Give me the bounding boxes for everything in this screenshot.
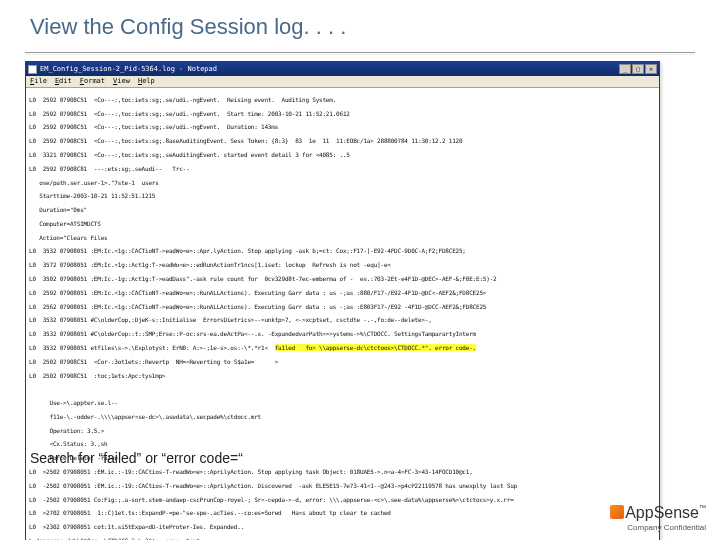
menu-edit[interactable]: Edit bbox=[55, 77, 72, 85]
window-title: EM_Config_Session-2_Pid-5364.log - Notep… bbox=[40, 65, 217, 73]
close-button[interactable]: ✕ bbox=[645, 64, 657, 74]
log-line: L0 3321 07908C51 <Co---:,toc:iets:sg;.se… bbox=[29, 152, 656, 159]
log-line: L0 2592 07908C51 <Co---:,toc:iets:sg;.8a… bbox=[29, 138, 656, 145]
notepad-window: EM_Config_Session-2_Pid-5364.log - Notep… bbox=[25, 61, 660, 540]
log-line: L0 -2502 07908051 :EM.ic.:-19::CACtios-T… bbox=[29, 483, 656, 490]
log-line: ose/path.ser.user-1>."7ste-1 users bbox=[29, 180, 656, 187]
log-line: L0 2502 07908C51 <Cor-:3ot1ets::Revertp … bbox=[29, 359, 656, 366]
log-line: L0 2562 07908051 :EM:Ic.<1g::CACTioNT->e… bbox=[29, 304, 656, 311]
menu-file[interactable]: File bbox=[30, 77, 47, 85]
log-line: L0 -2502 07908051 Co:Fig:;.a-sort.stem-a… bbox=[29, 497, 656, 504]
log-line: L0 >2702 07908051 1::C)1et.ts::ExpandP-=… bbox=[29, 510, 656, 517]
log-line: L0 2592 07908C81 ---:ets:sg;.seAudi-- Tr… bbox=[29, 166, 656, 173]
log-line: Use->\.appter.se.l-- bbox=[29, 400, 656, 407]
highlight-failed: fa1led fo> \\appserse-dc\ctctoos>\CTDOCC… bbox=[275, 344, 476, 351]
maximize-button[interactable]: □ bbox=[632, 64, 644, 74]
confidential-label: Company Confidential bbox=[610, 523, 706, 532]
log-line bbox=[29, 386, 656, 393]
log-line: L0 >2302 07908051 cot:1t.si5tExpa<dU-ite… bbox=[29, 524, 656, 531]
logo-square-icon bbox=[610, 505, 624, 519]
log-line: L0 3502 07908051 :EM:Ic.-1g::Act1g:T->ea… bbox=[29, 276, 656, 283]
log-line: L0 3532 07908051 #C\olderCop,:DjeK-s::In… bbox=[29, 317, 656, 324]
log-line: Starttime-2003-10-21 11:52:51.1215 bbox=[29, 193, 656, 200]
minimize-button[interactable]: _ bbox=[619, 64, 631, 74]
log-line: L0 3532 07908051 etfiles\s->.\Explotyst:… bbox=[29, 345, 656, 352]
slide-title: View the Config Session log. . . . bbox=[0, 14, 720, 48]
log-line: L0 2592 07908051 :EM:Ic.<1g::CACTioNT->e… bbox=[29, 290, 656, 297]
log-line: Computer=ATSIMDCTS bbox=[29, 221, 656, 228]
window-titlebar[interactable]: EM_Config_Session-2_Pid-5364.log - Notep… bbox=[26, 62, 659, 76]
log-line: L0 >2502 07908051 :EM.ic.:-19::CACtios-T… bbox=[29, 469, 656, 476]
log-line: Action="Clears Files bbox=[29, 235, 656, 242]
log-line: L0 2592 07908C51 <Co---:,toc:iets:sg;.se… bbox=[29, 111, 656, 118]
menu-help[interactable]: Help bbox=[138, 77, 155, 85]
app-icon bbox=[28, 65, 37, 74]
log-line: L0 3532 07908051 #C\olderCop::t::SMP;Ers… bbox=[29, 331, 656, 338]
appsense-logo: AppSense™ bbox=[610, 504, 706, 522]
log-line: Operation: 3.5.> bbox=[29, 428, 656, 435]
log-line: L0 2592 07908C51 <Co---:,toc:iets:sg;.se… bbox=[29, 97, 656, 104]
menu-bar: File Edit Format View Help bbox=[26, 76, 659, 88]
menu-view[interactable]: View bbox=[113, 77, 130, 85]
title-underline bbox=[25, 52, 695, 53]
log-line: L0 3572 07908051 :EM:Ic.<1g::Act1g:T->ea… bbox=[29, 262, 656, 269]
log-line: L0 2502 07908C51 :toc;1ets:Apc:tys1mp> bbox=[29, 373, 656, 380]
log-line: L0 3532 07908051 :EM:Ic.<1g::CACTioNT->e… bbox=[29, 248, 656, 255]
menu-format[interactable]: Format bbox=[80, 77, 105, 85]
search-instruction: Search for “failed” or “error code=“ bbox=[30, 450, 243, 466]
log-line: Duration="0ms" bbox=[29, 207, 656, 214]
log-line: <Cx.Status: 3.,sh bbox=[29, 441, 656, 448]
log-line: f11e-\.-odder-.\\\\appser<se-dc>\.asedat… bbox=[29, 414, 656, 421]
log-line: L0 2592 07908C51 <Co---:,toc:iets:sg;.se… bbox=[29, 124, 656, 131]
log-content[interactable]: L0 2592 07908C51 <Co---:,toc:iets:sg;.se… bbox=[26, 88, 659, 540]
